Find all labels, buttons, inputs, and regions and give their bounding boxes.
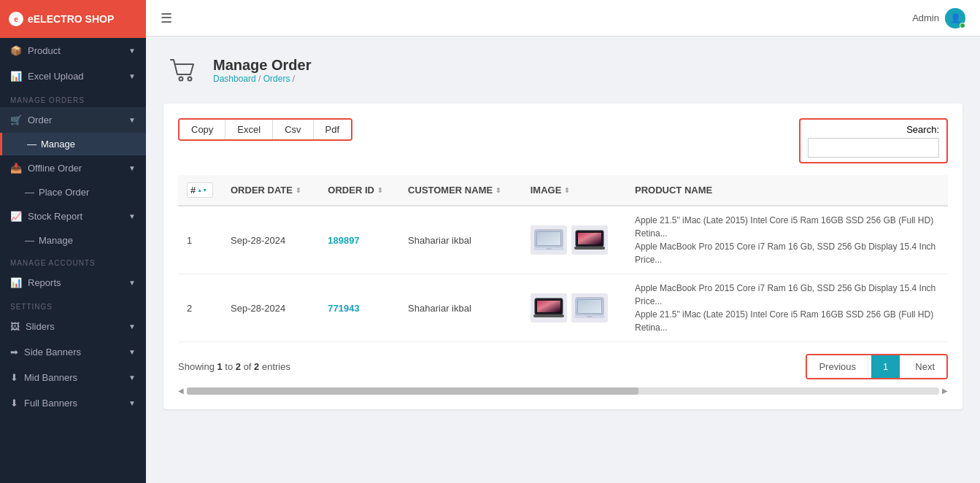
cell-order-date: Sep-28-2024 [222, 274, 319, 342]
cell-order-id: 189897 [319, 206, 399, 274]
sidebar-item-reports[interactable]: 📊 Reports ▼ [0, 270, 146, 295]
chevron-down-icon: ▼ [128, 164, 136, 172]
sort-icon[interactable]: ⇕ [296, 187, 301, 194]
admin-label: Admin [912, 12, 939, 23]
cell-num: 2 [178, 274, 222, 342]
side-banners-icon: ➡ [10, 347, 18, 358]
cell-image [522, 206, 626, 274]
sidebar-sub-label: Manage [39, 235, 73, 246]
offline-order-icon: 📥 [10, 163, 22, 174]
image-group [530, 293, 617, 322]
cell-product-name: Apple MacBook Pro 2015 Core i7 Ram 16 Gb… [626, 274, 948, 342]
svg-rect-13 [537, 301, 560, 312]
manage-orders-section: MANAGE ORDERS [0, 89, 146, 107]
chevron-down-icon: ▼ [128, 374, 136, 382]
table-row: 2 Sep-28-2024 771943 Shahariar ikbal [178, 274, 948, 342]
page-1-button[interactable]: 1 [871, 355, 900, 378]
image-group [530, 225, 617, 255]
brand-name: eELECTRO SHOP [28, 13, 114, 25]
sidebar-item-product[interactable]: 📦 Product ▼ [0, 38, 146, 63]
breadcrumb: Dashboard / Orders / [213, 74, 311, 84]
product-image-2 [571, 225, 608, 255]
chevron-down-icon: ▼ [128, 47, 136, 55]
scroll-right-arrow[interactable]: ▶ [942, 387, 948, 395]
sidebar-item-stock-manage[interactable]: — Manage [0, 229, 146, 252]
svg-rect-14 [533, 314, 564, 317]
reports-icon: 📊 [10, 277, 22, 288]
chevron-down-icon: ▼ [128, 116, 136, 124]
th-num: # ▲▼ [178, 175, 222, 206]
sidebar-item-excel-upload[interactable]: 📊 Excel Upload ▼ [0, 63, 146, 89]
sidebar-item-stock-report[interactable]: 📈 Stock Report ▼ [0, 204, 146, 229]
manage-accounts-section: MANAGE ACCOUNTS [0, 252, 146, 270]
sliders-icon: 🖼 [10, 321, 20, 332]
hamburger-icon[interactable]: ☰ [161, 10, 172, 26]
sidebar-item-label: Order [28, 115, 52, 125]
sidebar-sub-label: Manage [41, 139, 75, 150]
breadcrumb-dashboard[interactable]: Dashboard [213, 74, 256, 84]
sort-arrows-num[interactable]: ▲▼ [197, 188, 207, 193]
sidebar-item-label: Sliders [26, 321, 55, 332]
sidebar: e eELECTRO SHOP 📦 Product ▼ 📊 Excel Uplo… [0, 0, 146, 483]
copy-button[interactable]: Copy [180, 120, 225, 139]
svg-point-1 [188, 77, 192, 81]
cell-image [522, 274, 626, 342]
main-card: Copy Excel Csv Pdf Search: # [163, 104, 962, 409]
scrollbar-row: ◀ ▶ [178, 387, 948, 395]
settings-section: SETTINGS [0, 295, 146, 314]
sort-icon[interactable]: ⇕ [495, 187, 501, 194]
chevron-down-icon: ▼ [128, 72, 136, 80]
svg-rect-17 [578, 300, 601, 313]
product-image-2 [571, 293, 608, 322]
sidebar-item-label: Reports [28, 277, 61, 288]
scroll-track[interactable] [187, 387, 939, 395]
sidebar-item-label: Mid Banners [24, 372, 77, 383]
th-order-date: ORDER DATE ⇕ [222, 175, 319, 206]
sidebar-item-side-banners[interactable]: ➡ Side Banners ▼ [0, 339, 146, 365]
search-label: Search: [906, 124, 939, 135]
sort-icon[interactable]: ⇕ [564, 187, 570, 194]
scroll-left-arrow[interactable]: ◀ [178, 387, 184, 395]
pagination-controls: Previous 1 Next [806, 354, 948, 379]
pdf-button[interactable]: Pdf [314, 120, 352, 139]
svg-rect-10 [574, 247, 605, 250]
sidebar-logo[interactable]: e eELECTRO SHOP [0, 0, 146, 38]
logo-icon: e [9, 12, 23, 26]
sidebar-item-label: Offline Order [28, 163, 82, 174]
excel-button[interactable]: Excel [225, 120, 273, 139]
sidebar-item-label: Product [28, 45, 61, 56]
sidebar-item-order[interactable]: 🛒 Order ▼ [0, 107, 146, 133]
num-sort-box: # ▲▼ [187, 182, 213, 198]
chevron-down-icon: ▼ [128, 322, 136, 331]
sidebar-item-offline-order[interactable]: 📥 Offline Order ▼ [0, 155, 146, 181]
dash-icon: — [25, 187, 34, 198]
cell-order-date: Sep-28-2024 [222, 206, 319, 274]
order-id-link[interactable]: 771943 [328, 303, 359, 314]
stock-report-icon: 📈 [10, 211, 22, 222]
next-button[interactable]: Next [903, 355, 946, 378]
chevron-down-icon: ▼ [128, 399, 136, 407]
table-row: 1 Sep-28-2024 189897 Shahariar ikbal [178, 206, 948, 274]
sidebar-item-sliders[interactable]: 🖼 Sliders ▼ [0, 314, 146, 339]
sidebar-item-manage[interactable]: — Manage [0, 133, 146, 155]
breadcrumb-orders[interactable]: Orders [263, 74, 290, 84]
sidebar-item-place-order[interactable]: — Place Order [0, 181, 146, 204]
scroll-thumb [187, 387, 638, 395]
online-dot [960, 23, 965, 28]
svg-rect-9 [578, 233, 601, 244]
order-id-link[interactable]: 189897 [328, 235, 359, 246]
page-title: Manage Order [213, 57, 311, 74]
sidebar-item-mid-banners[interactable]: ⬇ Mid Banners ▼ [0, 365, 146, 390]
sort-icon[interactable]: ⇕ [377, 187, 383, 194]
svg-point-5 [546, 248, 552, 250]
full-banners-icon: ⬇ [10, 398, 18, 409]
avatar: 👤 [945, 8, 965, 28]
csv-button[interactable]: Csv [273, 120, 313, 139]
cell-customer-name: Shahariar ikbal [399, 206, 522, 274]
previous-button[interactable]: Previous [807, 355, 868, 378]
cell-order-id: 771943 [319, 274, 399, 342]
sidebar-item-full-banners[interactable]: ⬇ Full Banners ▼ [0, 390, 146, 416]
chevron-down-icon: ▼ [128, 212, 136, 220]
search-input[interactable] [808, 138, 939, 158]
pagination-row: Showing 1 to 2 of 2 entries Previous 1 N… [178, 354, 948, 379]
